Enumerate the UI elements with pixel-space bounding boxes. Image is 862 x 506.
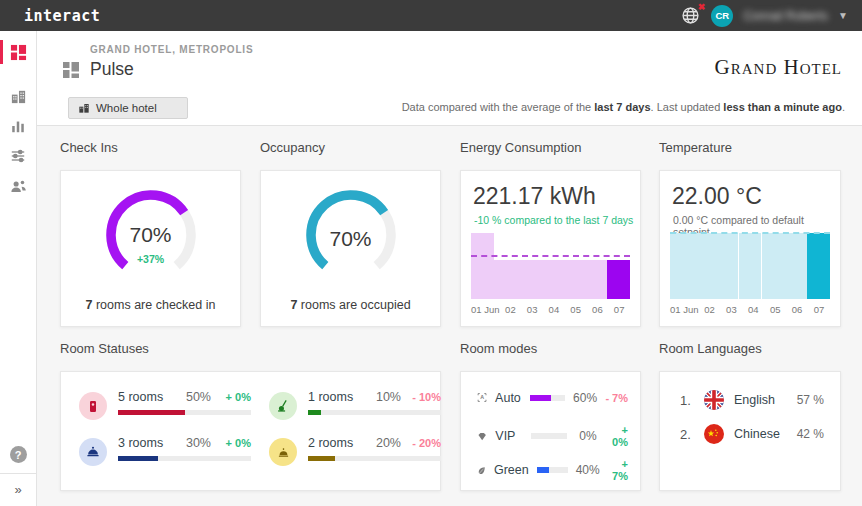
page-header: GRAND HOTEL, METROPOLIS Pulse Grand Hote… <box>37 31 862 91</box>
status-item-bell: 2 rooms20%- 20% <box>269 436 441 466</box>
room-service-icon <box>86 445 100 459</box>
bell-icon <box>277 446 290 459</box>
room-modes-card: A Auto 60% - 7% VIP 0% + 0% <box>460 371 641 491</box>
status-rooms: 1 rooms <box>308 390 367 404</box>
occupancy-title: Occupancy <box>260 140 325 155</box>
room-languages-title: Room Languages <box>659 341 762 356</box>
room-modes-title: Room modes <box>460 341 537 356</box>
mode-progress <box>530 395 565 401</box>
status-item-room-service: 3 rooms30%+ 0% <box>79 436 251 466</box>
sliders-icon <box>10 148 26 164</box>
filter-bar: Whole hotel Data compared with the avera… <box>37 91 862 126</box>
language-percent: 42 % <box>797 427 824 441</box>
sidebar-item-analytics[interactable] <box>0 111 36 141</box>
temperature-bar-chart <box>670 233 830 299</box>
status-item-housekeeping: 1 rooms10%- 10% <box>269 390 441 420</box>
mode-percent: 40% <box>576 463 600 477</box>
mode-progress <box>537 467 568 473</box>
mode-progress <box>531 433 567 439</box>
housekeeping-icon <box>276 399 290 413</box>
sidebar-item-dashboard[interactable] <box>0 37 36 67</box>
room-languages-card: 1. English 57 % 2. <box>659 371 841 491</box>
breadcrumb: GRAND HOTEL, METROPOLIS <box>90 44 253 55</box>
check-ins-value: 70% <box>61 223 240 247</box>
user-name: Conrad Roberts <box>743 9 828 23</box>
check-ins-card: 70% +37% 7 rooms are checked in <box>60 170 241 327</box>
occupancy-caption: 7 rooms are occupied <box>261 298 440 312</box>
building-icon <box>78 102 90 114</box>
check-ins-caption: 7 rooms are checked in <box>61 298 240 312</box>
compare-info: Data compared with the average of the la… <box>402 101 845 113</box>
interact-logo: interact <box>24 7 100 25</box>
language-percent: 57 % <box>797 393 824 407</box>
status-delta: + 0% <box>211 437 251 449</box>
china-flag-icon <box>704 424 724 444</box>
page-title: Pulse <box>90 59 134 80</box>
status-percent: 20% <box>367 436 401 450</box>
scope-selector[interactable]: Whole hotel <box>68 97 188 119</box>
mode-label: Green <box>494 463 529 477</box>
room-statuses-card: 5 rooms50%+ 0% 1 rooms10%- 10% <box>60 371 441 491</box>
scope-label: Whole hotel <box>96 102 157 114</box>
energy-card: 221.17 kWh -10 % compared to the last 7 … <box>460 170 641 327</box>
temperature-card: 22.00 °C 0.00 °C compared to default set… <box>659 170 841 327</box>
status-rooms: 3 rooms <box>118 436 177 450</box>
check-ins-delta: +37% <box>61 253 240 265</box>
pulse-icon <box>62 61 80 83</box>
sidebar: ? » <box>0 31 37 506</box>
energy-value: 221.17 kWh <box>473 183 596 210</box>
mode-percent: 60% <box>573 391 597 405</box>
mode-percent: 0% <box>575 429 597 443</box>
language-rank: 2. <box>680 427 694 442</box>
topbar: interact ✖ CR Conrad Roberts ▼ <box>0 0 862 31</box>
occupancy-card: 70% 7 rooms are occupied <box>260 170 441 327</box>
auto-mode-icon: A <box>477 390 487 405</box>
energy-title: Energy Consumption <box>460 140 581 155</box>
room-statuses-title: Room Statuses <box>60 341 149 356</box>
language-label: English <box>734 393 775 407</box>
language-globe-button[interactable]: ✖ <box>681 6 701 26</box>
green-mode-icon <box>477 463 486 478</box>
dashboard-icon <box>10 44 27 61</box>
buildings-icon <box>10 88 27 105</box>
language-row-chinese: 2. Chinese 42 % <box>680 424 824 444</box>
vip-mode-icon <box>477 429 487 444</box>
language-row-english: 1. English 57 % <box>680 390 824 410</box>
status-progress <box>308 456 441 461</box>
check-ins-title: Check Ins <box>60 140 118 155</box>
avatar[interactable]: CR <box>711 5 733 27</box>
users-icon <box>10 178 27 195</box>
status-percent: 30% <box>177 436 211 450</box>
language-label: Chinese <box>734 427 780 441</box>
status-rooms: 5 rooms <box>118 390 177 404</box>
status-percent: 50% <box>177 390 211 404</box>
energy-bar-chart <box>471 233 630 299</box>
sidebar-item-settings[interactable] <box>0 141 36 171</box>
mode-row-green: Green 40% + 7% <box>477 458 628 482</box>
status-delta: - 20% <box>401 437 441 449</box>
do-not-disturb-icon <box>87 399 99 414</box>
sidebar-item-hotel[interactable] <box>0 81 36 111</box>
sidebar-item-users[interactable] <box>0 171 36 201</box>
status-progress <box>118 410 251 415</box>
status-progress <box>308 410 441 415</box>
mode-delta: + 7% <box>608 458 628 482</box>
status-item-dnd: 5 rooms50%+ 0% <box>79 390 251 420</box>
temperature-x-labels: 01 Jun020304050607 <box>670 304 830 315</box>
mode-label: VIP <box>495 429 523 443</box>
sidebar-collapse-button[interactable]: » <box>0 474 36 506</box>
temperature-title: Temperature <box>659 140 732 155</box>
status-progress <box>118 456 251 461</box>
help-button[interactable]: ? <box>10 446 27 463</box>
occupancy-value: 70% <box>261 227 440 251</box>
mode-delta: + 0% <box>605 424 628 448</box>
mode-row-vip: VIP 0% + 0% <box>477 424 628 448</box>
mode-delta: - 7% <box>605 392 628 404</box>
svg-text:A: A <box>480 394 484 400</box>
bar-chart-icon <box>10 118 26 134</box>
language-rank: 1. <box>680 393 694 408</box>
status-percent: 10% <box>367 390 401 404</box>
mode-label: Auto <box>495 391 522 405</box>
temperature-value: 22.00 °C <box>672 183 762 210</box>
chevron-down-icon[interactable]: ▼ <box>838 10 848 21</box>
